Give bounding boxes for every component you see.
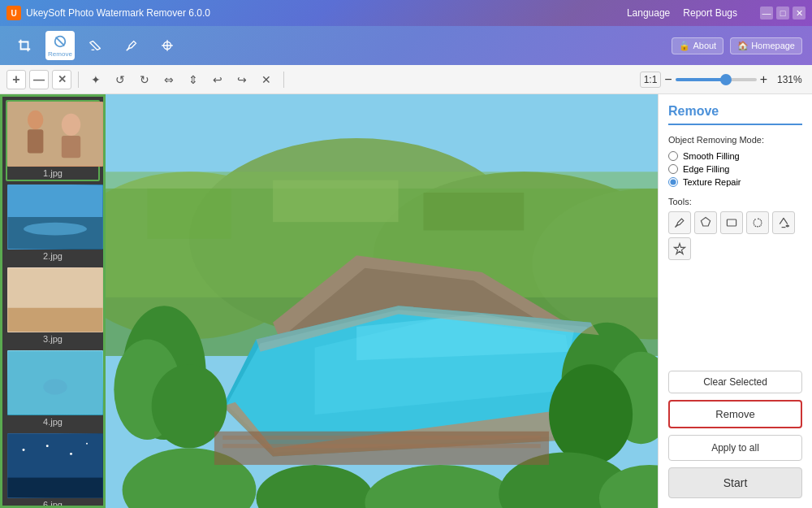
clone-tool-button[interactable] (153, 31, 182, 60)
svg-rect-5 (62, 136, 80, 158)
smooth-filling-label: Smooth Filling (683, 151, 740, 161)
toolbar-divider-1 (78, 72, 79, 88)
maximize-button[interactable]: □ (776, 7, 789, 20)
svg-point-16 (46, 445, 49, 447)
thumbnail-1 (7, 102, 103, 167)
app-logo: U (6, 6, 21, 20)
texture-repair-label: Texture Repair (683, 177, 741, 187)
brush-tool-button[interactable] (117, 31, 146, 60)
second-toolbar: + — ✕ ✦ ↺ ↻ ⇔ ⇕ ↩ ↪ ✕ 1:1 − + 131% (0, 65, 812, 94)
redo-button[interactable]: ↪ (231, 69, 253, 90)
svg-rect-1 (8, 102, 103, 166)
canvas-area[interactable] (106, 94, 658, 508)
edge-filling-label: Edge Filling (683, 164, 729, 174)
crop-tool-button[interactable] (10, 31, 39, 60)
close-file-button[interactable]: ✕ (52, 70, 71, 89)
thumbnail-3 (7, 267, 103, 332)
svg-point-4 (62, 114, 80, 136)
homepage-button[interactable]: 🏠 Homepage (730, 37, 802, 54)
lasso-draw-button[interactable] (746, 211, 769, 234)
minimize-button[interactable]: — (760, 7, 773, 20)
svg-point-15 (23, 449, 25, 451)
lock-icon: 🔒 (679, 41, 690, 51)
rotate-left-button[interactable]: ↺ (110, 69, 131, 90)
list-item[interactable]: 1.jpg (6, 100, 100, 181)
svg-rect-26 (148, 189, 231, 239)
polygon-draw-button[interactable] (694, 211, 717, 234)
main-area: 1.jpg 2.jpg 3.jpg (0, 94, 812, 508)
clear-selected-button[interactable]: Clear Selected (668, 371, 802, 393)
about-button[interactable]: 🔒 About (672, 37, 723, 54)
edge-filling-radio[interactable] (668, 164, 678, 174)
thumbnail-4 (7, 350, 103, 415)
image-label-3: 3.jpg (7, 332, 98, 345)
spacer (668, 270, 802, 371)
svg-point-41 (549, 364, 633, 465)
remove-file-button[interactable]: — (29, 70, 49, 89)
tools-label: Tools: (668, 197, 802, 206)
texture-repair-option[interactable]: Texture Repair (668, 177, 802, 187)
app-title: UkeySoft Photo Watermark Remover 6.0.0 (26, 7, 627, 19)
erase-tool-button[interactable] (81, 31, 110, 60)
zoom-slider[interactable] (676, 78, 757, 81)
list-item[interactable]: 3.jpg (6, 266, 100, 347)
zoom-plus-label[interactable]: + (760, 72, 767, 87)
image-label-1: 1.jpg (7, 167, 98, 180)
ai-draw-button[interactable] (668, 237, 691, 260)
flip-v-button[interactable]: ⇕ (183, 69, 204, 90)
texture-repair-radio[interactable] (668, 177, 678, 187)
zoom-minus-label[interactable]: − (664, 72, 672, 87)
fill-draw-button[interactable] (772, 211, 795, 234)
image-label-2: 2.jpg (7, 250, 98, 263)
image-label-6: 6.jpg (7, 498, 98, 508)
svg-point-18 (86, 443, 88, 445)
zoom-percent: 131% (777, 74, 806, 85)
magic-wand-button[interactable]: ✦ (85, 69, 106, 90)
smooth-filling-option[interactable]: Smooth Filling (668, 151, 802, 161)
svg-rect-10 (8, 308, 103, 332)
svg-rect-27 (273, 180, 399, 223)
main-toolbar: Remove 🔒 About 🏠 Homepage (0, 26, 812, 65)
remove-tool-button[interactable]: Remove (45, 31, 75, 60)
rotate-right-button[interactable]: ↻ (134, 69, 155, 90)
remove-button[interactable]: Remove (668, 400, 802, 428)
brush-draw-button[interactable] (668, 211, 691, 234)
svg-rect-52 (727, 219, 736, 226)
undo-button[interactable]: ↩ (207, 69, 228, 90)
toolbar-right: 🔒 About 🏠 Homepage (672, 37, 802, 54)
start-button[interactable]: Start (668, 467, 802, 498)
main-canvas[interactable] (106, 94, 658, 508)
title-bar: U UkeySoft Photo Watermark Remover 6.0.0… (0, 0, 812, 26)
add-file-button[interactable]: + (6, 70, 26, 89)
smooth-filling-radio[interactable] (668, 151, 678, 161)
svg-point-2 (28, 111, 44, 129)
svg-rect-50 (222, 444, 541, 448)
tools-row (668, 211, 802, 260)
list-item[interactable]: 2.jpg (6, 183, 100, 264)
svg-point-12 (43, 379, 67, 395)
delete-button[interactable]: ✕ (256, 69, 277, 90)
thumbnail-2 (7, 185, 103, 250)
edge-filling-option[interactable]: Edge Filling (668, 164, 802, 174)
thumbnail-6 (7, 433, 103, 498)
flip-h-button[interactable]: ⇔ (158, 69, 179, 90)
svg-rect-28 (424, 193, 525, 230)
title-nav: Language Report Bugs — □ ✕ (627, 7, 806, 20)
zoom-thumb (720, 74, 732, 85)
home-icon: 🏠 (737, 41, 749, 51)
svg-rect-49 (222, 436, 541, 440)
svg-point-17 (70, 453, 72, 455)
close-button[interactable]: ✕ (793, 7, 806, 20)
zoom-reset-label[interactable]: 1:1 (640, 72, 662, 88)
list-item[interactable]: 6.jpg (6, 432, 100, 508)
list-item[interactable]: 4.jpg (6, 349, 100, 430)
report-bugs-link[interactable]: Report Bugs (683, 7, 737, 19)
svg-rect-14 (8, 478, 103, 497)
right-panel: Remove Object Removing Mode: Smooth Fill… (658, 94, 812, 508)
window-controls: — □ ✕ (760, 7, 806, 20)
toolbar-divider-2 (283, 72, 284, 88)
language-link[interactable]: Language (627, 7, 670, 19)
svg-rect-3 (28, 129, 44, 153)
apply-all-button[interactable]: Apply to all (668, 435, 802, 461)
rect-draw-button[interactable] (720, 211, 743, 234)
